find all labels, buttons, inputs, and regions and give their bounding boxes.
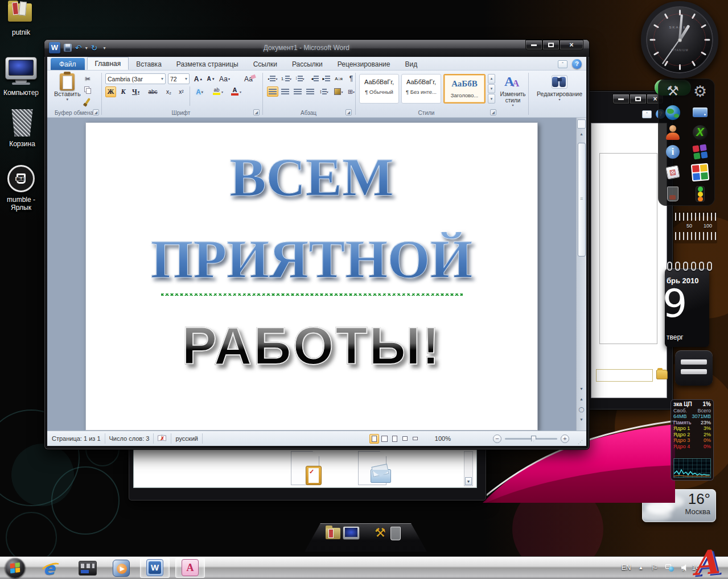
minimize-button[interactable] — [612, 94, 630, 104]
styles-scroll-up-icon[interactable]: ▲ — [488, 74, 495, 84]
template-item-form[interactable] — [283, 451, 332, 486]
highlight-button[interactable]: ab — [211, 86, 222, 97]
bullets-button[interactable]: •▾ — [267, 73, 278, 84]
taskbar-ie-icon[interactable]: e — [43, 559, 55, 578]
change-case-button[interactable]: Аа▾ — [219, 73, 230, 84]
subscript-button[interactable]: x₂ — [163, 86, 174, 97]
info-icon[interactable]: i — [659, 142, 686, 161]
desktop-icon-recycle-bin[interactable]: Корзина — [1, 109, 43, 148]
fullscreen-view-button[interactable] — [380, 434, 389, 444]
taskbar-media-console-icon[interactable] — [79, 561, 97, 576]
scroll-up-icon[interactable]: ▲ — [577, 130, 586, 138]
tab-review[interactable]: Рецензирование — [330, 58, 398, 70]
save-button[interactable] — [64, 44, 72, 52]
dropdown-arrow-icon[interactable]: ▾ — [240, 90, 241, 94]
spellcheck-icon[interactable]: ✗ — [158, 435, 167, 442]
print-layout-view-button[interactable] — [369, 434, 379, 444]
outline-view-button[interactable] — [400, 434, 410, 444]
dock-recycle-icon[interactable] — [390, 527, 401, 540]
copy-button[interactable] — [83, 85, 93, 94]
draft-view-button[interactable] — [410, 434, 420, 444]
resize-grip[interactable]: ⋰ — [578, 439, 583, 445]
zoom-out-button[interactable]: − — [493, 435, 501, 443]
calendar-gadget[interactable]: брь 2010 9 тверг — [665, 262, 709, 347]
style-normal[interactable]: АаБбВвГг, ¶ Обычный — [359, 74, 399, 104]
tab-references[interactable]: Ссылки — [246, 58, 285, 70]
tab-view[interactable]: Вид — [397, 58, 425, 70]
close-button[interactable]: × — [560, 40, 583, 50]
superscript-button[interactable]: x² — [176, 86, 187, 97]
clock-gadget[interactable]: SKAGEN TITANIUM — [641, 1, 718, 78]
underline-button[interactable]: Ч▾ — [130, 86, 141, 97]
scroll-down-icon[interactable]: ▼ — [577, 384, 586, 393]
styles-scroll-down-icon[interactable]: ▼ — [488, 84, 495, 94]
editing-button[interactable]: Редактирование ▾ — [534, 75, 585, 101]
taskbar-wmp-icon[interactable]: ▶ — [113, 560, 130, 577]
decrease-indent-button[interactable]: ◂ — [309, 73, 320, 84]
traffic-light-icon[interactable] — [686, 184, 714, 205]
hidden-icons-arrow-icon[interactable]: ▲ — [638, 565, 643, 570]
next-page-button[interactable]: ▼ — [577, 415, 586, 424]
justify-button[interactable] — [305, 86, 316, 97]
background-window-templates[interactable]: ▼ — [129, 444, 486, 501]
gauge-gadget[interactable]: 50 100 — [674, 212, 717, 243]
scrollbar-thumb[interactable] — [578, 143, 586, 257]
dialog-launcher-icon[interactable]: ◢ — [346, 109, 352, 115]
dropdown-arrow-icon[interactable]: ▾ — [85, 46, 88, 51]
gear-icon[interactable]: ⚙ — [686, 80, 714, 102]
dialog-launcher-icon[interactable]: ◢ — [253, 109, 260, 115]
line-spacing-button[interactable]: ↕▾ — [318, 86, 330, 97]
dropdown-arrow-icon[interactable]: ▾ — [221, 90, 223, 94]
desktop-icon-putnik[interactable]: putnik — [0, 3, 42, 36]
desktop-icon-mumble[interactable]: BLE mumble - Ярлык — [0, 165, 42, 212]
zoom-level[interactable]: 100% — [435, 435, 451, 442]
dock-tools-icon[interactable]: ⚒ — [375, 526, 386, 540]
page-indicator[interactable]: Страница: 1 из 1 — [52, 435, 101, 442]
minimize-button[interactable] — [525, 40, 542, 50]
align-left-button[interactable] — [267, 86, 278, 97]
align-center-button[interactable] — [279, 86, 291, 97]
grow-font-button[interactable]: А▲ — [193, 73, 204, 84]
font-color-button[interactable]: А — [229, 86, 240, 97]
start-button[interactable] — [5, 558, 25, 578]
align-right-button[interactable] — [292, 86, 303, 97]
increase-indent-button[interactable]: ▸ — [320, 73, 332, 84]
tab-page-layout[interactable]: Разметка страницы — [169, 58, 246, 70]
tools-icon[interactable]: ⚒ — [659, 80, 686, 102]
document-page[interactable]: ВСЕМ ПРИЯТНОЙ РАБОТЫ! — [85, 122, 538, 431]
templates-scrollbar[interactable]: ▼ — [464, 451, 473, 486]
tab-insert[interactable]: Вставка — [129, 58, 169, 70]
zoom-in-button[interactable]: + — [561, 435, 569, 443]
vertical-scrollbar[interactable]: ▲ ▼ ▲ ◯ ▼ — [576, 118, 586, 431]
sort-button[interactable]: А↓я — [333, 73, 344, 84]
undo-button[interactable]: ↶ — [75, 44, 82, 52]
styles-more-icon[interactable]: ▼ — [488, 94, 495, 104]
ruler-toggle-button[interactable] — [577, 119, 586, 129]
web-layout-view-button[interactable] — [390, 434, 400, 444]
language-badge[interactable]: EN — [622, 564, 631, 572]
title-bar[interactable]: W ↶▾ ↻ ▾ Документ1 - Microsoft Word × — [44, 40, 589, 57]
tab-home[interactable]: Главная — [87, 57, 129, 70]
scroll-down-icon[interactable]: ▼ — [465, 477, 472, 485]
shading-button[interactable]: ▾ — [333, 86, 344, 97]
volume-icon[interactable]: ) — [681, 564, 685, 571]
strikethrough-button[interactable]: abc — [147, 86, 158, 97]
previous-page-button[interactable]: ▲ — [577, 395, 586, 403]
numbering-button[interactable]: 1.▾ — [281, 73, 292, 84]
maximize-button[interactable] — [542, 40, 560, 50]
dice-icon[interactable]: ⚄ — [659, 162, 686, 184]
word-window[interactable]: W ↶▾ ↻ ▾ Документ1 - Microsoft Word × Фа… — [44, 40, 589, 449]
text-effects-button[interactable]: А▾ — [194, 86, 205, 97]
cpu-meter-gadget[interactable]: зка ЦП 1% Своб. Всего 64МВ 3071МВ Память… — [671, 399, 714, 481]
font-size-combo[interactable]: 72▾ — [168, 73, 190, 84]
browse-folder-icon[interactable] — [656, 370, 668, 379]
multilevel-list-button[interactable]: ⁝▾ — [294, 73, 306, 84]
rubiks-cube-icon[interactable] — [686, 162, 714, 184]
dock-computer-icon[interactable] — [343, 526, 360, 540]
tab-file[interactable]: Файл — [51, 58, 85, 70]
word-count[interactable]: Число слов: 3 — [109, 435, 150, 442]
blocks-icon[interactable] — [686, 142, 714, 161]
style-heading-selected[interactable]: АаБбВ Заголово... — [443, 74, 486, 104]
template-item-mail[interactable] — [350, 451, 399, 486]
taskbar-word-icon[interactable]: W — [146, 559, 163, 576]
